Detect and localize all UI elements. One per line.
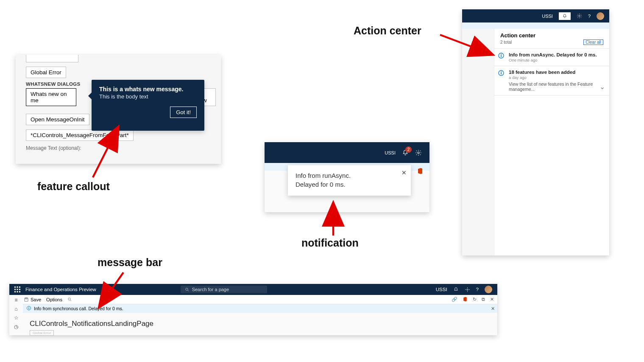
annotation-arrows xyxy=(0,0,644,362)
svg-line-30 xyxy=(100,272,123,306)
svg-line-29 xyxy=(440,35,492,54)
svg-line-27 xyxy=(93,128,118,177)
diagram-canvas: Global Error WHATSNEW DIALOGS Whats new … xyxy=(0,0,644,362)
